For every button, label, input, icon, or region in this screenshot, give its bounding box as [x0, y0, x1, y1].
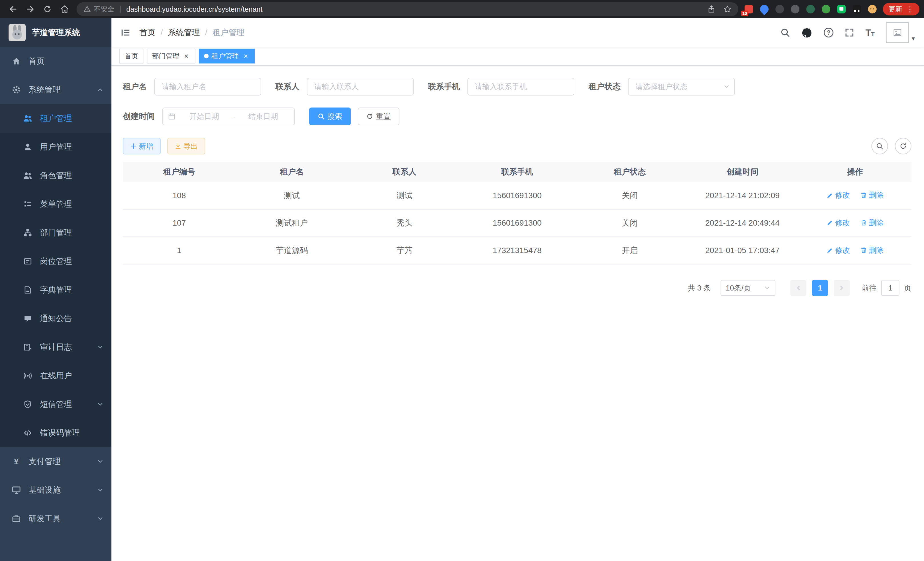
date-range-picker[interactable]: 开始日期 - 结束日期: [162, 108, 295, 125]
extension-icon-chat[interactable]: [837, 4, 846, 14]
browser-home-button[interactable]: [56, 1, 73, 17]
pagination: 共 3 条 10条/页 1 前往 页: [123, 280, 911, 296]
page-size-select[interactable]: 10条/页: [721, 280, 776, 296]
prev-page-button[interactable]: [790, 280, 806, 296]
sidebar-item-online-user[interactable]: 在线用户: [0, 361, 111, 390]
browser-reload-button[interactable]: [39, 1, 56, 17]
fullscreen-icon[interactable]: [845, 28, 854, 37]
font-size-icon[interactable]: TT: [866, 28, 874, 37]
sidebar-item-pay[interactable]: ¥ 支付管理: [0, 447, 111, 476]
sidebar-item-home[interactable]: 首页: [0, 47, 111, 75]
delete-button[interactable]: 删除: [860, 190, 884, 200]
extension-icon-blocker[interactable]: 10: [744, 4, 754, 14]
breadcrumb-system[interactable]: 系统管理: [168, 27, 200, 38]
tenant-name-input[interactable]: [154, 78, 261, 96]
sidebar-item-dept[interactable]: 部门管理: [0, 218, 111, 247]
toolbox-icon: [11, 514, 21, 523]
tab-dept[interactable]: 部门管理 ×: [147, 49, 195, 63]
role-icon: [23, 171, 33, 180]
sidebar-item-menu[interactable]: 菜单管理: [0, 190, 111, 218]
mobile-input[interactable]: [467, 78, 574, 96]
refresh-table-button[interactable]: [895, 138, 911, 154]
export-button[interactable]: 导出: [167, 138, 205, 154]
chevron-down-icon: [723, 83, 730, 90]
refresh-icon: [899, 142, 907, 150]
cell-mobile: 15601691300: [461, 182, 573, 209]
message-icon: [23, 314, 33, 323]
security-chip[interactable]: 不安全: [83, 5, 114, 14]
extension-icon-green2[interactable]: [821, 4, 831, 14]
contact-input[interactable]: [307, 78, 414, 96]
table-row: 107 测试租户 秃头 15601691300 关闭 2021-12-14 20…: [123, 209, 911, 237]
sidebar-item-notice[interactable]: 通知公告: [0, 304, 111, 333]
sidebar-item-error-code[interactable]: 错误码管理: [0, 419, 111, 447]
edit-button[interactable]: 修改: [826, 218, 850, 228]
monitor-icon: [11, 485, 21, 495]
extension-icon-green1[interactable]: [806, 4, 815, 14]
gear-icon: [11, 85, 21, 95]
sidebar-item-dict[interactable]: 字典管理: [0, 276, 111, 304]
extension-icon-dark2[interactable]: [790, 4, 800, 14]
help-icon[interactable]: ?: [824, 28, 833, 38]
reset-button[interactable]: 重置: [358, 108, 399, 125]
status-select[interactable]: [628, 78, 735, 96]
search-icon[interactable]: [780, 28, 790, 38]
chevron-right-icon: [838, 285, 845, 291]
sidebar-item-role[interactable]: 角色管理: [0, 161, 111, 190]
page-number-1[interactable]: 1: [812, 280, 828, 296]
start-date-placeholder[interactable]: 开始日期: [178, 111, 230, 122]
extension-icon-monkey[interactable]: [852, 4, 862, 14]
chevron-down-icon: [97, 344, 104, 350]
avatar[interactable]: [886, 22, 909, 43]
sidebar-item-devtool[interactable]: 研发工具: [0, 504, 111, 533]
sidebar-item-system[interactable]: 系统管理: [0, 75, 111, 104]
caret-down-icon[interactable]: ▾: [912, 35, 915, 43]
browser-menu-icon[interactable]: ⋮: [906, 5, 914, 13]
address-bar[interactable]: 不安全 dashboard.yudao.iocoder.cn/system/te…: [76, 2, 738, 16]
sidebar-item-tenant[interactable]: 租户管理: [0, 104, 111, 133]
search-button[interactable]: 搜索: [309, 108, 351, 125]
tab-tenant[interactable]: 租户管理 ×: [199, 49, 255, 63]
calendar-icon: [168, 113, 176, 120]
sidebar-item-post[interactable]: 岗位管理: [0, 247, 111, 276]
browser-back-button[interactable]: [4, 1, 22, 17]
close-icon[interactable]: ×: [242, 52, 250, 60]
add-button[interactable]: 新增: [123, 138, 160, 154]
share-icon[interactable]: [707, 5, 716, 13]
sidebar-item-infra[interactable]: 基础设施: [0, 476, 111, 504]
edit-button[interactable]: 修改: [826, 245, 850, 255]
sidebar-item-user[interactable]: 用户管理: [0, 133, 111, 161]
col-tenant-id: 租户编号: [123, 162, 236, 182]
user-menu[interactable]: ▾: [886, 22, 915, 43]
end-date-placeholder[interactable]: 结束日期: [237, 111, 289, 122]
toggle-search-button[interactable]: [872, 138, 888, 154]
sidebar-item-sms[interactable]: 短信管理: [0, 390, 111, 419]
bookmark-star-icon[interactable]: [723, 5, 731, 13]
url-text[interactable]: dashboard.yudao.iocoder.cn/system/tenant: [126, 5, 262, 14]
close-icon[interactable]: ×: [182, 52, 190, 60]
delete-button[interactable]: 删除: [860, 218, 884, 228]
refresh-icon: [366, 113, 373, 120]
extension-icon-avatar[interactable]: [867, 4, 877, 14]
extension-icon-dark1[interactable]: [775, 4, 784, 14]
sidebar-item-audit-log[interactable]: 审计日志: [0, 333, 111, 361]
browser-update-button[interactable]: 更新 ⋮: [883, 3, 920, 15]
next-page-button[interactable]: [834, 280, 850, 296]
github-icon[interactable]: [801, 27, 812, 38]
trash-icon: [860, 247, 867, 254]
delete-button[interactable]: 删除: [860, 245, 884, 255]
breadcrumb-home[interactable]: 首页: [140, 27, 155, 38]
chevron-up-icon: [97, 87, 104, 93]
goto-page-input[interactable]: [881, 280, 899, 296]
tree-icon: [23, 228, 33, 238]
breadcrumb: 首页 / 系统管理 / 租户管理: [140, 27, 244, 38]
tab-home[interactable]: 首页: [119, 49, 143, 63]
extension-icon-drop[interactable]: [759, 4, 769, 14]
edit-button[interactable]: 修改: [826, 190, 850, 200]
cell-tenant-name: 芋道源码: [236, 237, 348, 264]
date-separator: -: [232, 112, 235, 121]
cell-tenant-id: 108: [123, 182, 236, 209]
browser-forward-button[interactable]: [22, 1, 39, 17]
sidebar-collapse-button[interactable]: [121, 28, 130, 38]
logo-row[interactable]: 芋道管理系统: [0, 18, 111, 47]
